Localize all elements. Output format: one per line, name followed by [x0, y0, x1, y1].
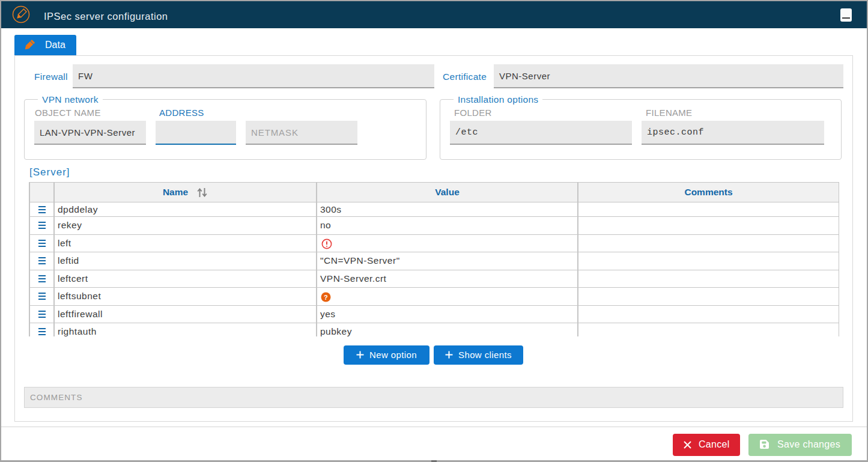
- svg-text:?: ?: [324, 293, 328, 300]
